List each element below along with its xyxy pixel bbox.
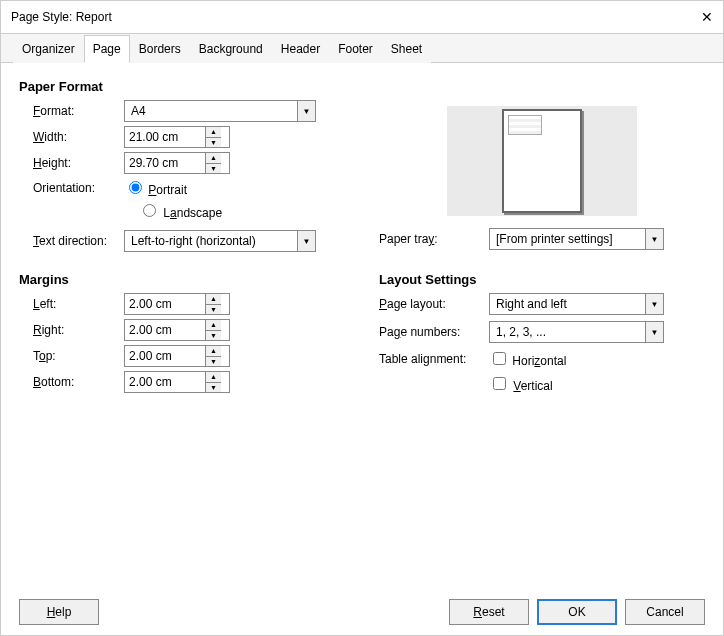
height-input[interactable]: [125, 153, 205, 173]
page-layout-label: Page layout:: [379, 297, 489, 311]
height-label: Height:: [19, 156, 124, 170]
format-select[interactable]: A4 ▼: [124, 100, 316, 122]
page-preview: [447, 106, 637, 216]
width-label: Width:: [19, 130, 124, 144]
checkbox-horizontal[interactable]: Horizontal: [489, 349, 566, 368]
cancel-button[interactable]: Cancel: [625, 599, 705, 625]
down-icon[interactable]: ▼: [206, 357, 221, 367]
down-icon[interactable]: ▼: [206, 383, 221, 393]
chevron-down-icon[interactable]: ▼: [645, 322, 663, 342]
layout-settings-heading: Layout Settings: [379, 272, 705, 287]
margin-top-spinner[interactable]: ▲▼: [124, 345, 230, 367]
tab-page[interactable]: Page: [84, 35, 130, 63]
page-numbers-label: Page numbers:: [379, 325, 489, 339]
paper-tray-select[interactable]: [From printer settings] ▼: [489, 228, 664, 250]
down-icon[interactable]: ▼: [206, 138, 221, 148]
margin-left-spinner[interactable]: ▲▼: [124, 293, 230, 315]
margin-right-input[interactable]: [125, 320, 205, 340]
up-icon[interactable]: ▲: [206, 294, 221, 305]
orientation-label: Orientation:: [19, 181, 124, 195]
chevron-down-icon[interactable]: ▼: [297, 231, 315, 251]
height-spinner[interactable]: ▲▼: [124, 152, 230, 174]
help-button[interactable]: Help: [19, 599, 99, 625]
radio-landscape[interactable]: Landscape: [138, 201, 222, 220]
down-icon[interactable]: ▼: [206, 331, 221, 341]
paper-tray-label: Paper tray:: [379, 232, 489, 246]
margin-bottom-spinner[interactable]: ▲▼: [124, 371, 230, 393]
up-icon[interactable]: ▲: [206, 346, 221, 357]
tab-sheet[interactable]: Sheet: [382, 35, 431, 63]
close-icon[interactable]: ✕: [701, 9, 713, 25]
tab-footer[interactable]: Footer: [329, 35, 382, 63]
tab-header[interactable]: Header: [272, 35, 329, 63]
page-layout-select[interactable]: Right and left ▼: [489, 293, 664, 315]
margins-heading: Margins: [19, 272, 379, 287]
tab-background[interactable]: Background: [190, 35, 272, 63]
radio-portrait[interactable]: Portrait: [124, 178, 187, 197]
down-icon[interactable]: ▼: [206, 305, 221, 315]
chevron-down-icon[interactable]: ▼: [645, 294, 663, 314]
tab-borders[interactable]: Borders: [130, 35, 190, 63]
up-icon[interactable]: ▲: [206, 153, 221, 164]
bottom-label: Bottom:: [19, 375, 124, 389]
width-input[interactable]: [125, 127, 205, 147]
down-icon[interactable]: ▼: [206, 164, 221, 174]
margin-top-input[interactable]: [125, 346, 205, 366]
margin-left-input[interactable]: [125, 294, 205, 314]
reset-button[interactable]: Reset: [449, 599, 529, 625]
right-label: Right:: [19, 323, 124, 337]
chevron-down-icon[interactable]: ▼: [297, 101, 315, 121]
text-direction-label: Text direction:: [19, 234, 124, 248]
preview-page: [502, 109, 582, 213]
chevron-down-icon[interactable]: ▼: [645, 229, 663, 249]
paper-format-heading: Paper Format: [19, 79, 705, 94]
dialog-footer: Help Reset OK Cancel: [1, 593, 723, 635]
window-title: Page Style: Report: [11, 10, 112, 24]
margin-right-spinner[interactable]: ▲▼: [124, 319, 230, 341]
margin-bottom-input[interactable]: [125, 372, 205, 392]
titlebar: Page Style: Report ✕: [1, 1, 723, 33]
format-label: Format:: [19, 104, 124, 118]
table-alignment-label: Table alignment:: [379, 352, 489, 366]
page-numbers-select[interactable]: 1, 2, 3, ... ▼: [489, 321, 664, 343]
up-icon[interactable]: ▲: [206, 320, 221, 331]
content: Paper Format Format: A4 ▼ Width: ▲▼ Heig…: [1, 63, 723, 593]
tab-organizer[interactable]: Organizer: [13, 35, 84, 63]
ok-button[interactable]: OK: [537, 599, 617, 625]
up-icon[interactable]: ▲: [206, 127, 221, 138]
left-label: Left:: [19, 297, 124, 311]
up-icon[interactable]: ▲: [206, 372, 221, 383]
checkbox-vertical[interactable]: Vertical: [489, 374, 553, 393]
text-direction-select[interactable]: Left-to-right (horizontal) ▼: [124, 230, 316, 252]
width-spinner[interactable]: ▲▼: [124, 126, 230, 148]
tab-bar: Organizer Page Borders Background Header…: [1, 33, 723, 63]
top-label: Top:: [19, 349, 124, 363]
